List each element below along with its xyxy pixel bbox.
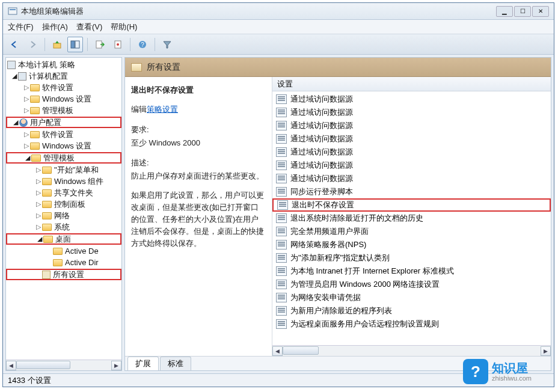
right-header-title: 所有设置 <box>147 62 180 73</box>
edit-policy-link[interactable]: 策略设置 <box>147 105 178 114</box>
tree-c-admin[interactable]: ▷管理模板 <box>6 105 121 116</box>
tree-root[interactable]: 本地计算机 策略 <box>6 59 121 70</box>
setting-item[interactable]: 通过域访问数据源 <box>272 159 551 172</box>
setting-item[interactable]: 为管理员启用 Windows 2000 网络连接设置 <box>272 278 551 291</box>
tree-desktop[interactable]: ◢桌面 <box>6 233 121 245</box>
setting-item[interactable]: 通过域访问数据源 <box>272 119 551 132</box>
tree-label: Windows 设置 <box>42 140 91 152</box>
expand-icon[interactable]: ◢ <box>24 152 31 164</box>
tree-u-admin[interactable]: ◢管理模板 <box>6 152 121 164</box>
tree-u-software[interactable]: ▷软件设置 <box>6 129 121 140</box>
setting-item[interactable]: 通过域访问数据源 <box>272 132 551 145</box>
scroll-track[interactable] <box>16 361 111 370</box>
back-button[interactable] <box>7 37 22 52</box>
tree-computer-config[interactable]: ◢计算机配置 <box>6 70 121 82</box>
tree-network[interactable]: ▷网络 <box>6 210 121 221</box>
tree-active-de[interactable]: Active De <box>6 245 121 257</box>
tree-label: Active De <box>65 245 99 257</box>
tree-control-panel[interactable]: ▷控制面板 <box>6 198 121 210</box>
scroll-left-button[interactable]: ◀ <box>6 361 16 370</box>
minimize-button[interactable]: ▁ <box>496 6 513 17</box>
setting-item[interactable]: 为本地 Intranet 打开 Internet Explorer 标准模式 <box>272 265 551 278</box>
tree-shared-folders[interactable]: ▷共享文件夹 <box>6 187 121 198</box>
svg-rect-4 <box>75 41 79 48</box>
scroll-thumb[interactable] <box>16 361 70 369</box>
setting-item-label: 通过域访问数据源 <box>290 160 353 171</box>
close-button[interactable]: ✕ <box>532 6 549 17</box>
menu-view[interactable]: 查看(V) <box>76 22 102 32</box>
gpedit-window: 本地组策略编辑器 ▁ ☐ ✕ 文件(F) 操作(A) 查看(V) 帮助(H) ?… <box>2 2 554 387</box>
forward-button[interactable] <box>25 37 40 52</box>
expand-icon[interactable]: ▷ <box>35 187 42 198</box>
setting-item[interactable]: 通过域访问数据源 <box>272 172 551 185</box>
tree-hscrollbar[interactable]: ◀ ▶ <box>6 360 121 370</box>
settings-column-header[interactable]: 设置 <box>272 77 551 91</box>
expand-icon[interactable]: ▷ <box>23 129 30 140</box>
folder-icon <box>30 96 40 103</box>
expand-icon[interactable]: ▷ <box>35 164 42 176</box>
expand-icon[interactable]: ▷ <box>23 105 30 116</box>
expand-icon[interactable]: ◢ <box>36 233 43 245</box>
filter-button[interactable] <box>159 37 175 52</box>
setting-item[interactable]: 通过域访问数据源 <box>272 145 551 159</box>
menu-file[interactable]: 文件(F) <box>8 22 34 32</box>
scroll-left-button[interactable]: ◀ <box>272 346 283 356</box>
setting-item[interactable]: 网络策略服务器(NPS) <box>272 238 551 251</box>
user-icon <box>19 118 28 127</box>
setting-item[interactable]: 完全禁用频道用户界面 <box>272 225 551 238</box>
folder-icon <box>30 107 40 114</box>
scroll-thumb[interactable] <box>283 346 319 355</box>
menu-help[interactable]: 帮助(H) <box>111 22 137 32</box>
tree-label: 系统 <box>54 221 70 233</box>
expand-icon[interactable]: ▷ <box>35 198 42 210</box>
properties-button[interactable] <box>110 37 126 52</box>
scroll-right-button[interactable]: ▶ <box>541 346 551 356</box>
setting-item[interactable]: 通过域访问数据源 <box>272 93 551 106</box>
policy-icon <box>277 200 288 210</box>
tab-standard[interactable]: 标准 <box>160 357 191 370</box>
scroll-track[interactable] <box>283 346 541 356</box>
expand-icon[interactable]: ◢ <box>11 70 18 82</box>
export-button[interactable] <box>92 37 108 52</box>
setting-item-label: 为新用户清除最近的程序列表 <box>290 305 392 316</box>
expand-icon[interactable]: ▷ <box>23 82 30 93</box>
tree-system[interactable]: ▷系统 <box>6 221 121 233</box>
setting-item[interactable]: 为新用户清除最近的程序列表 <box>272 304 551 317</box>
expand-icon[interactable]: ▷ <box>23 93 30 105</box>
setting-item[interactable]: 退出系统时清除最近打开的文档的历史 <box>272 212 551 225</box>
maximize-button[interactable]: ☐ <box>514 6 531 17</box>
tree-active-dir[interactable]: Active Dir <box>6 257 121 268</box>
setting-item[interactable]: 为远程桌面服务用户会话远程控制设置规则 <box>272 317 551 331</box>
expand-icon[interactable]: ▷ <box>35 210 42 221</box>
setting-item[interactable]: 为"添加新程序"指定默认类别 <box>272 251 551 265</box>
list-hscrollbar[interactable]: ◀ ▶ <box>272 345 551 356</box>
policy-icon <box>276 187 287 197</box>
tree-c-software[interactable]: ▷软件设置 <box>6 82 121 93</box>
expand-icon[interactable]: ◢ <box>12 117 19 128</box>
show-hide-tree-button[interactable] <box>67 37 83 52</box>
tree-start-menu[interactable]: ▷"开始"菜单和 <box>6 164 121 176</box>
setting-item[interactable]: 为网络安装申请凭据 <box>272 291 551 304</box>
requirements-value: 至少 Windows 2000 <box>131 137 266 149</box>
tree-u-windows[interactable]: ▷Windows 设置 <box>6 140 121 152</box>
policy-tree[interactable]: 本地计算机 策略 ◢计算机配置 ▷软件设置 ▷Windows 设置 ▷管理模板 … <box>6 58 121 360</box>
settings-list[interactable]: 通过域访问数据源通过域访问数据源通过域访问数据源通过域访问数据源通过域访问数据源… <box>272 91 551 345</box>
expand-icon[interactable]: ▷ <box>35 221 42 233</box>
tree-label: 网络 <box>54 210 70 221</box>
expand-icon[interactable]: ▷ <box>35 176 42 187</box>
help-button[interactable]: ? <box>135 37 150 52</box>
up-button[interactable] <box>49 37 65 52</box>
policy-icon <box>276 213 287 223</box>
setting-item[interactable]: 同步运行登录脚本 <box>272 185 551 198</box>
setting-item[interactable]: 通过域访问数据源 <box>272 106 551 119</box>
menu-action[interactable]: 操作(A) <box>42 22 68 32</box>
expand-icon[interactable]: ▷ <box>23 140 30 152</box>
tree-c-windows[interactable]: ▷Windows 设置 <box>6 93 121 105</box>
tree-win-components[interactable]: ▷Windows 组件 <box>6 176 121 187</box>
scroll-right-button[interactable]: ▶ <box>111 361 121 370</box>
tab-extended[interactable]: 扩展 <box>127 357 159 370</box>
setting-item[interactable]: 退出时不保存设置 <box>272 198 551 212</box>
folder-icon <box>131 63 142 72</box>
tree-all-settings[interactable]: 所有设置 <box>6 269 121 280</box>
tree-user-config[interactable]: ◢用户配置 <box>6 117 121 128</box>
